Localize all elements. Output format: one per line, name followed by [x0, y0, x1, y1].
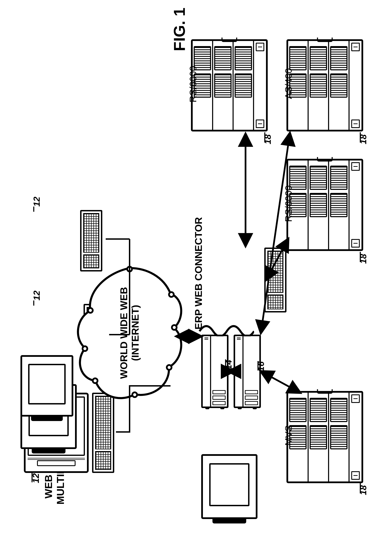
figure-title: FIG. 1 [171, 7, 188, 51]
cloud-line-2: (INTERNET) [130, 305, 141, 361]
cloud-line-1: WORLD WIDE WEB [118, 287, 129, 379]
ref-14: 14 [223, 360, 234, 370]
web-server-tower [201, 335, 228, 408]
erp-label: ERP WEB CONNECTOR [193, 217, 204, 330]
ref-18-rs6000-a: 18 [263, 134, 273, 144]
server-mvs-label: MVS [283, 425, 294, 446]
client-pc-2-keyboard [80, 210, 102, 272]
client-pc-2 [20, 355, 73, 416]
svg-point-0 [127, 267, 132, 272]
server-mvs [286, 391, 363, 483]
ref-18-mvs: 18 [358, 485, 368, 495]
ref-18-as400: 18 [358, 134, 368, 144]
ref-18-rs6000-b: 18 [358, 254, 368, 264]
svg-point-1 [169, 292, 174, 297]
server-as400 [286, 39, 363, 131]
erp-workstation-keyboard [264, 247, 286, 312]
server-rs6000-b [286, 159, 363, 251]
server-rs6000-b-label: RS/6000 [283, 185, 294, 222]
ref-16: 16 [256, 361, 266, 371]
svg-point-6 [82, 346, 87, 351]
internet-cloud: WORLD WIDE WEB (INTERNET) [75, 265, 184, 401]
erp-connector-tower [234, 335, 261, 408]
ref-12-pc1: 12 [32, 291, 42, 300]
svg-point-3 [167, 365, 171, 370]
svg-point-4 [132, 392, 137, 397]
svg-line-16 [261, 371, 300, 393]
erp-workstation-monitor [201, 454, 258, 519]
svg-point-7 [88, 308, 93, 313]
server-rs6000-a [191, 39, 268, 131]
client-mac-keyboard [92, 393, 114, 473]
server-rs6000-a-label: RS/6000 [188, 66, 198, 103]
ref-12-pc2: 12 [32, 197, 42, 207]
svg-point-2 [172, 325, 177, 330]
server-as400-label: AS/400 [283, 68, 294, 99]
svg-point-5 [93, 378, 98, 383]
